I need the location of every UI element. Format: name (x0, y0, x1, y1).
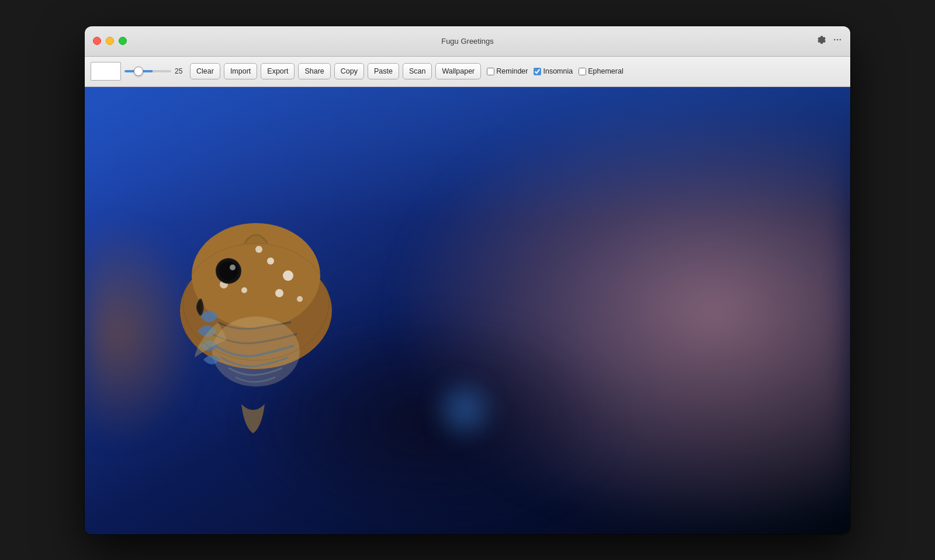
fish-container (142, 159, 364, 462)
wallpaper-button[interactable]: Wallpaper (435, 63, 481, 79)
reminder-checkbox[interactable] (487, 68, 494, 75)
canvas-area[interactable] (85, 87, 850, 534)
svg-point-12 (297, 296, 303, 302)
insomnia-checkbox[interactable] (534, 68, 541, 75)
slider-value: 25 (175, 67, 186, 75)
ephemeral-label: Ephemeral (588, 67, 623, 75)
window-title: Fugu Greetings (441, 37, 494, 46)
canvas-preview (91, 62, 121, 81)
close-button[interactable] (93, 37, 101, 45)
gear-icon[interactable] (816, 35, 826, 47)
svg-point-10 (255, 246, 262, 253)
ellipsis-icon[interactable] (833, 35, 842, 47)
paste-button[interactable]: Paste (368, 63, 399, 79)
minimize-button[interactable] (106, 37, 114, 45)
share-button[interactable]: Share (298, 63, 330, 79)
traffic-lights (93, 37, 127, 45)
app-window: Fugu Greetings 25 Clear Import (85, 26, 850, 534)
insomnia-checkbox-label[interactable]: Insomnia (534, 67, 573, 75)
svg-point-0 (834, 39, 835, 40)
copy-button[interactable]: Copy (334, 63, 364, 79)
export-button[interactable]: Export (261, 63, 295, 79)
reminder-checkbox-label[interactable]: Reminder (487, 67, 528, 75)
titlebar-actions (816, 35, 842, 47)
brush-size-slider[interactable] (124, 70, 171, 72)
svg-point-8 (241, 287, 247, 293)
svg-point-6 (267, 258, 274, 265)
ephemeral-checkbox-label[interactable]: Ephemeral (579, 67, 623, 75)
svg-point-13 (212, 316, 300, 387)
slider-container: 25 (124, 67, 186, 75)
ephemeral-checkbox[interactable] (579, 68, 586, 75)
svg-point-1 (837, 39, 838, 40)
toolbar: 25 Clear Import Export Share Copy Paste … (85, 57, 850, 87)
fish-scene (85, 87, 850, 534)
reminder-label: Reminder (496, 67, 528, 75)
insomnia-label: Insomnia (543, 67, 573, 75)
svg-point-16 (219, 262, 238, 280)
maximize-button[interactable] (119, 37, 127, 45)
svg-point-9 (275, 289, 283, 297)
import-button[interactable]: Import (224, 63, 257, 79)
scan-button[interactable]: Scan (403, 63, 432, 79)
svg-point-7 (283, 270, 293, 281)
clear-button[interactable]: Clear (190, 63, 220, 79)
bg-blue-spot (430, 374, 500, 444)
svg-point-17 (230, 265, 236, 270)
svg-point-2 (840, 39, 841, 40)
checkbox-group: Reminder Insomnia Ephemeral (487, 67, 623, 75)
fish-svg (142, 159, 364, 462)
titlebar: Fugu Greetings (85, 26, 850, 57)
